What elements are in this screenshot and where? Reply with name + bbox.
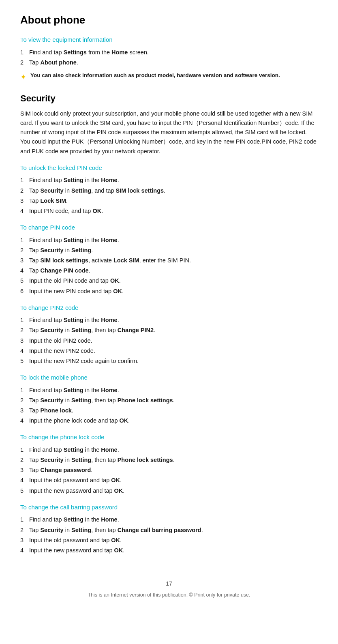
subsection-heading-view-equipment: To view the equipment information — [20, 35, 318, 45]
subsection-heading-change-phone-lock: To change the phone lock code — [20, 433, 318, 442]
step-number: 2 — [20, 186, 29, 195]
step-text: Tap Lock SIM. — [29, 196, 318, 206]
step-item: 1 Find and tap Setting in the Home. — [20, 515, 318, 524]
step-item: 3 Tap Change password. — [20, 466, 318, 475]
step-item: 4 Input the new PIN2 code. — [20, 346, 318, 356]
step-item: 2 Tap About phone. — [20, 58, 318, 67]
step-item: 1 Find and tap Setting in the Home. — [20, 316, 318, 325]
step-item: 2 Tap Security in Setting, then tap Chan… — [20, 326, 318, 335]
step-text: Find and tap Setting in the Home. — [29, 445, 318, 455]
step-item: 1 Find and tap Setting in the Home. — [20, 236, 318, 245]
step-text: Input the old password and tap OK. — [29, 476, 318, 485]
step-text: Tap Security in Setting, then tap Phone … — [29, 455, 318, 465]
step-item: 4 Input the phone lock code and tap OK. — [20, 416, 318, 425]
step-number: 1 — [20, 316, 29, 325]
step-text: Input the phone lock code and tap OK. — [29, 416, 318, 425]
step-item: 3 Input the old PIN2 code. — [20, 336, 318, 346]
step-number: 4 — [20, 416, 29, 425]
step-text: Tap Security in Setting, then tap Phone … — [29, 396, 318, 405]
step-number: 5 — [20, 276, 29, 286]
step-item: 3 Tap Phone lock. — [20, 406, 318, 415]
step-number: 2 — [20, 455, 29, 465]
step-number: 3 — [20, 336, 29, 346]
step-number: 1 — [20, 236, 29, 245]
step-number: 3 — [20, 196, 29, 206]
step-text: Input the new password and tap OK. — [29, 486, 318, 496]
step-number: 5 — [20, 486, 29, 496]
step-text: Tap Security in Setting, and tap SIM loc… — [29, 186, 318, 195]
subsection-lock-phone: To lock the mobile phone 1 Find and tap … — [20, 373, 318, 425]
tip-text: You can also check information such as p… — [30, 71, 280, 79]
step-item: 3 Tap SIM lock settings, activate Lock S… — [20, 256, 318, 265]
step-item: 4 Input the old password and tap OK. — [20, 476, 318, 485]
step-text: Tap About phone. — [29, 58, 318, 67]
step-number: 3 — [20, 406, 29, 415]
step-item: 4 Input the new password and tap OK. — [20, 546, 318, 555]
step-number: 2 — [20, 326, 29, 335]
step-text: Tap SIM lock settings, activate Lock SIM… — [29, 256, 318, 265]
steps-change-pin: 1 Find and tap Setting in the Home. 2 Ta… — [20, 236, 318, 296]
step-item: 2 Tap Security in Setting, then tap Phon… — [20, 455, 318, 465]
step-text: Find and tap Settings from the Home scre… — [29, 48, 318, 57]
subsection-call-barring: To change the call barring password 1 Fi… — [20, 503, 318, 555]
step-text: Tap Security in Setting. — [29, 246, 318, 255]
steps-call-barring: 1 Find and tap Setting in the Home. 2 Ta… — [20, 515, 318, 555]
step-number: 2 — [20, 58, 29, 67]
steps-unlock-pin: 1 Find and tap Setting in the Home. 2 Ta… — [20, 176, 318, 216]
subsection-heading-unlock-pin: To unlock the locked PIN code — [20, 163, 318, 173]
step-number: 1 — [20, 445, 29, 455]
steps-change-phone-lock: 1 Find and tap Setting in the Home. 2 Ta… — [20, 445, 318, 496]
tip-box: ✦ You can also check information such as… — [20, 71, 318, 83]
step-item: 1 Find and tap Setting in the Home. — [20, 445, 318, 455]
step-item: 2 Tap Security in Setting, then tap Chan… — [20, 526, 318, 535]
step-text: Input the new PIN code and tap OK. — [29, 287, 318, 296]
step-text: Input the old password and tap OK. — [29, 536, 318, 545]
step-item: 5 Input the new password and tap OK. — [20, 486, 318, 496]
step-item: 4 Tap Change PIN code. — [20, 266, 318, 275]
step-number: 2 — [20, 526, 29, 535]
step-text: Find and tap Setting in the Home. — [29, 316, 318, 325]
subsection-change-pin2: To change PIN2 code 1 Find and tap Setti… — [20, 303, 318, 366]
step-text: Input the old PIN2 code. — [29, 336, 318, 346]
step-number: 2 — [20, 396, 29, 405]
step-item: 6 Input the new PIN code and tap OK. — [20, 287, 318, 296]
page-title: About phone — [20, 12, 318, 28]
security-section: Security SIM lock could only protect you… — [20, 92, 318, 555]
step-number: 1 — [20, 386, 29, 395]
step-text: Input the old PIN code and tap OK. — [29, 276, 318, 286]
step-item: 1 Find and tap Setting in the Home. — [20, 176, 318, 185]
step-text: Input the new PIN2 code. — [29, 346, 318, 356]
step-text: Tap Change password. — [29, 466, 318, 475]
step-item: 3 Input the old password and tap OK. — [20, 536, 318, 545]
steps-change-pin2: 1 Find and tap Setting in the Home. 2 Ta… — [20, 316, 318, 366]
subsection-heading-lock-phone: To lock the mobile phone — [20, 373, 318, 382]
step-item: 4 Input PIN code, and tap OK. — [20, 206, 318, 216]
step-text: Find and tap Setting in the Home. — [29, 515, 318, 524]
step-text: Tap Phone lock. — [29, 406, 318, 415]
subsection-change-phone-lock: To change the phone lock code 1 Find and… — [20, 433, 318, 495]
step-number: 4 — [20, 206, 29, 216]
subsection-change-pin: To change PIN code 1 Find and tap Settin… — [20, 223, 318, 296]
step-item: 5 Input the new PIN2 code again to confi… — [20, 356, 318, 366]
steps-lock-phone: 1 Find and tap Setting in the Home. 2 Ta… — [20, 386, 318, 426]
step-item: 1 Find and tap Setting in the Home. — [20, 386, 318, 395]
step-number: 3 — [20, 536, 29, 545]
step-item: 2 Tap Security in Setting, and tap SIM l… — [20, 186, 318, 195]
step-number: 4 — [20, 476, 29, 485]
steps-view-equipment: 1 Find and tap Settings from the Home sc… — [20, 48, 318, 67]
step-number: 4 — [20, 266, 29, 275]
footer-text: This is an Internet version of this publ… — [20, 591, 318, 599]
step-item: 5 Input the old PIN code and tap OK. — [20, 276, 318, 286]
step-number: 2 — [20, 246, 29, 255]
step-text: Find and tap Setting in the Home. — [29, 236, 318, 245]
step-number: 1 — [20, 48, 29, 57]
subsection-unlock-pin: To unlock the locked PIN code 1 Find and… — [20, 163, 318, 216]
subsection-view-equipment: To view the equipment information 1 Find… — [20, 35, 318, 83]
step-text: Tap Security in Setting, then tap Change… — [29, 326, 318, 335]
step-item: 2 Tap Security in Setting. — [20, 246, 318, 255]
step-text: Tap Security in Setting, then tap Change… — [29, 526, 318, 535]
section-heading-security: Security — [20, 92, 318, 105]
step-number: 6 — [20, 287, 29, 296]
subsection-heading-change-pin: To change PIN code — [20, 223, 318, 232]
step-item: 2 Tap Security in Setting, then tap Phon… — [20, 396, 318, 405]
